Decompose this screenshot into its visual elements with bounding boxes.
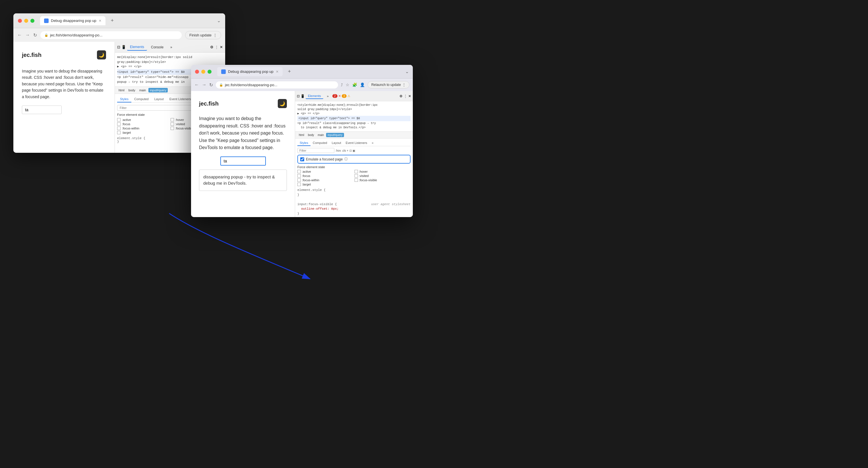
breadcrumb2-main[interactable]: main — [316, 133, 326, 137]
relaunch-update-button[interactable]: Relaunch to update ⋮ — [368, 81, 409, 88]
devtools-gear-icon-1[interactable]: ⚙ — [210, 45, 214, 49]
addressbar-2: ← → ↻ 🔒 jec.fish/demo/disappearing-po...… — [191, 79, 413, 91]
dark-toggle-2[interactable]: 🌙 — [278, 99, 287, 108]
styles-tab2-events[interactable]: Event Listeners — [343, 140, 370, 146]
devtools-close-icon-2[interactable]: ✕ — [408, 94, 411, 98]
devtools-device-icon-2[interactable]: 📱 — [301, 94, 305, 98]
titlebar-1: Debug disappearing pop up ✕ + ⌄ — [13, 13, 225, 28]
devtools-tab-more-1[interactable]: » — [167, 44, 175, 50]
breadcrumb-input-1[interactable]: input#query — [148, 88, 168, 92]
devtools-close-icon-1[interactable]: ✕ — [220, 45, 223, 49]
devtools-dots-icon-1[interactable]: ⋮ — [215, 45, 219, 50]
tab-close-1[interactable]: ✕ — [99, 19, 101, 23]
minimize-button-2[interactable] — [201, 70, 205, 74]
close-button-2[interactable] — [195, 70, 199, 74]
state-cb-focuswithin-1[interactable] — [117, 126, 121, 130]
tab-dropdown-2[interactable]: ⌄ — [405, 69, 409, 74]
filter-input-2[interactable] — [298, 148, 334, 153]
state-cb-target-1[interactable] — [117, 131, 121, 134]
tab-close-2[interactable]: ✕ — [276, 70, 279, 74]
demo-input-2[interactable] — [220, 156, 266, 166]
reload-button-2[interactable]: ↻ — [209, 82, 213, 88]
emulate-focused-checkbox[interactable] — [300, 157, 304, 161]
state2-cb-active[interactable] — [298, 170, 301, 173]
css-code-2: element.style {} input:focus-visible { u… — [298, 188, 410, 216]
state2-cb-focuswithin[interactable] — [298, 178, 301, 182]
back-button-1[interactable]: ← — [17, 32, 22, 37]
star-icon-2[interactable]: ☆ — [346, 83, 349, 87]
state-label-active-1: :active — [122, 118, 131, 121]
force-state-title-2: Force element state — [298, 165, 410, 169]
state2-cb-visited[interactable] — [354, 174, 358, 178]
tab-dropdown-1[interactable]: ⌄ — [217, 18, 221, 23]
styles-tab-events[interactable]: Event Listeners — [166, 96, 194, 103]
arrow-path — [169, 213, 310, 279]
state2-cb-hover[interactable] — [354, 170, 358, 173]
state2-cb-focusvisible[interactable] — [354, 178, 358, 182]
styles-tab-styles[interactable]: Styles — [117, 96, 131, 103]
demo-input-1[interactable] — [22, 106, 62, 114]
state2-cb-target[interactable] — [298, 183, 301, 186]
styles-panel-2: Styles Computed Layout Event Listeners »… — [295, 139, 413, 217]
extension-icon-2[interactable]: 🧩 — [352, 83, 357, 87]
styles-tab2-layout[interactable]: Layout — [330, 140, 343, 146]
styles-tab2-computed[interactable]: Computed — [310, 140, 330, 146]
address-box-1[interactable]: 🔒 jec.fish/demo/disappearing-po... — [40, 31, 182, 39]
forward-button-2[interactable]: → — [202, 82, 207, 87]
share-icon-2[interactable]: ⤴ — [341, 83, 343, 87]
site-header-1: jec.fish 🌙 — [22, 50, 106, 59]
close-button-1[interactable] — [18, 19, 22, 23]
code2-line-1: <style>hide-me{display:none};#result{bor… — [298, 104, 378, 107]
breadcrumb2-body[interactable]: body — [307, 133, 316, 137]
devtools-tab-elements-2[interactable]: Elements — [306, 93, 323, 99]
address-box-2[interactable]: 🔒 jec.fish/demo/disappearing-po... — [216, 81, 338, 88]
finish-update-button[interactable]: Finish update ⋮ — [185, 31, 221, 39]
active-tab-2[interactable]: Debug disappearing pop up ✕ — [217, 67, 283, 76]
devtools-inspect-icon-2[interactable]: ⊡ — [297, 94, 300, 98]
state-label-hover-1: :hover — [176, 118, 184, 121]
devtools-gear-icon-2[interactable]: ⚙ — [399, 94, 403, 98]
back-button-2[interactable]: ← — [194, 82, 199, 87]
state-cb-visited-1[interactable] — [170, 122, 174, 126]
state-cb-focusvisible-1[interactable] — [170, 126, 174, 130]
devtools-dots-icon-2[interactable]: ⋮ — [403, 94, 407, 98]
dark-toggle-1[interactable]: 🌙 — [97, 50, 106, 59]
breadcrumb-html-1[interactable]: html — [117, 88, 126, 92]
webpage-1: jec.fish 🌙 Imagine you want to debug the… — [13, 42, 115, 153]
minimize-button-1[interactable] — [24, 19, 28, 23]
new-tab-button-1[interactable]: + — [108, 17, 116, 25]
devtools-inspect-icon[interactable]: ⊡ — [117, 45, 120, 49]
devtools-device-icon[interactable]: 📱 — [121, 45, 126, 49]
addressbar-1: ← → ↻ 🔒 jec.fish/demo/disappearing-po...… — [13, 28, 225, 42]
more-icon-1: ⋮ — [213, 33, 217, 37]
devtools-tab-elements-1[interactable]: Elements — [127, 44, 147, 51]
breadcrumb-body-1[interactable]: body — [127, 88, 137, 92]
breadcrumb2-input[interactable]: input#query — [326, 133, 344, 137]
popup-box-2: dissappearing popup - try to inspect & d… — [199, 170, 287, 191]
breadcrumb-main-1[interactable]: main — [138, 88, 148, 92]
styles-tab2-styles[interactable]: Styles — [298, 140, 310, 146]
forward-button-1[interactable]: → — [25, 32, 30, 37]
styles-tab2-more[interactable]: » — [370, 140, 376, 146]
maximize-button-2[interactable] — [208, 70, 212, 74]
tab-title-2: Debug disappearing pop up — [228, 69, 274, 74]
profile-icon-2[interactable]: 👤 — [360, 83, 365, 87]
help-icon[interactable]: ⓘ — [344, 157, 348, 162]
reload-button-1[interactable]: ↻ — [33, 32, 37, 38]
state2-focus: :focus — [298, 174, 354, 178]
maximize-button-1[interactable] — [30, 19, 34, 23]
state2-active: :active — [298, 170, 354, 173]
state2-cb-focus[interactable] — [298, 174, 301, 178]
devtools-tab-console-1[interactable]: Console — [148, 44, 166, 50]
active-tab-1[interactable]: Debug disappearing pop up ✕ — [40, 16, 105, 25]
breadcrumb2-html[interactable]: html — [298, 133, 306, 137]
element-style-2: element.style {} — [298, 188, 326, 197]
devtools-tab-more-2[interactable]: » — [324, 93, 332, 99]
state-cb-focus-1[interactable] — [117, 122, 121, 126]
styles-tab-computed[interactable]: Computed — [131, 96, 152, 103]
state-cb-hover-1[interactable] — [170, 118, 174, 121]
styles-tab-layout[interactable]: Layout — [152, 96, 166, 103]
state-cb-active-1[interactable] — [117, 118, 121, 121]
code2-highlight[interactable]: <input id="query" type="text"> == $0 — [298, 116, 410, 121]
new-tab-button-2[interactable]: + — [285, 68, 293, 76]
